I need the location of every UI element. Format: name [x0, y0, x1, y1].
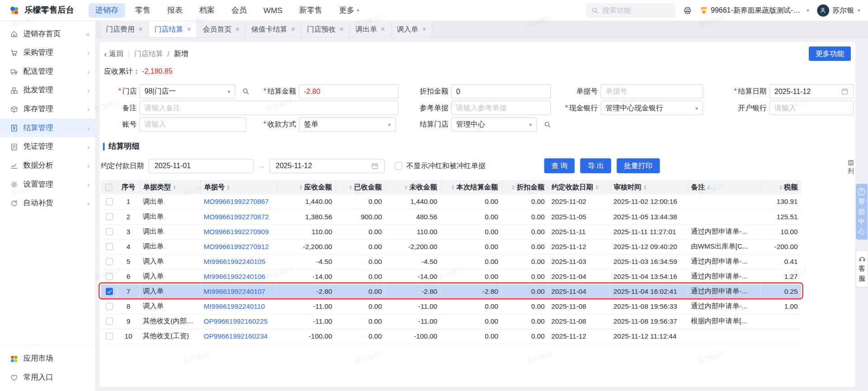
doc-link[interactable]: MO99661992270867 — [204, 198, 269, 205]
select-all-header[interactable] — [101, 180, 118, 194]
close-icon[interactable]: × — [236, 25, 240, 33]
breadcrumb-parent[interactable]: 门店结算 — [134, 49, 163, 59]
help-center-tab[interactable]: 帮助中心 — [856, 184, 868, 240]
close-icon[interactable]: × — [138, 25, 142, 33]
due-date-from-input[interactable]: 2025-11-01 — [148, 159, 254, 173]
export-button[interactable]: 导 出 — [580, 158, 611, 173]
field-settle_amount[interactable]: -2.80 — [299, 84, 398, 99]
tab-5[interactable]: 调出单× — [350, 21, 391, 38]
sidebar-item-0[interactable]: 进销存首页« — [0, 24, 95, 43]
table-row-2[interactable]: 2调出单MO996619922708721,380.56900.00480.56… — [101, 209, 801, 224]
doc-link[interactable]: MO99661992270872 — [204, 213, 269, 221]
tab-6[interactable]: 调入单× — [391, 21, 432, 38]
user-menu[interactable]: 苏尔银 ▾ — [817, 4, 860, 16]
close-icon[interactable]: × — [340, 25, 344, 33]
field-ref_doc[interactable]: 请输入参考单据 — [451, 101, 551, 115]
sidebar-item-1[interactable]: 采购管理› — [0, 43, 95, 62]
printer-icon[interactable] — [683, 6, 692, 15]
field-cash_bank[interactable]: 管理中心现金银行▾ — [601, 101, 703, 115]
hide-reversed-checkbox[interactable] — [395, 162, 402, 170]
col-header-remark[interactable]: 备注▲▼ — [688, 180, 761, 194]
row-checkbox[interactable] — [105, 303, 113, 310]
field-remark[interactable]: 请输入备注 — [140, 101, 399, 115]
table-row-9[interactable]: 9其他收支(内部调拨)OP99661992160225-11.000.00-11… — [101, 314, 801, 329]
table-row-10[interactable]: 10其他收支(工资)OP99661992160234-100.000.00-10… — [101, 329, 801, 344]
sidebar-item-9[interactable]: 自动补货› — [0, 194, 95, 213]
tab-1[interactable]: 门店结算× — [149, 21, 197, 38]
tab-3[interactable]: 储值卡结算× — [245, 21, 301, 38]
col-header-tax[interactable]: ▲▼税额 — [760, 180, 801, 194]
back-button[interactable]: ‹ 返回 — [104, 49, 123, 59]
column-settings-button[interactable]: 列 — [848, 160, 854, 176]
col-header-receivable[interactable]: ▲▼应收金额 — [277, 180, 335, 194]
doc-link[interactable]: MO99661992270909 — [204, 228, 269, 236]
select-all-checkbox[interactable] — [105, 184, 113, 191]
col-header-settle[interactable]: ▲▼本次结算金额 — [441, 180, 502, 194]
store-selector[interactable]: 99661-新界面果蔬版测试-管理... ▾ — [700, 5, 809, 15]
table-row-4[interactable]: 4调出单MO99661992270912-2,200.000.00-2,200.… — [101, 239, 801, 254]
field-store[interactable]: 98|门店一▾ — [140, 84, 236, 99]
doc-link[interactable]: MO99661992270912 — [204, 243, 269, 250]
field-settle_store[interactable]: 管理中心▾ — [451, 118, 537, 132]
close-icon[interactable]: × — [381, 25, 385, 33]
sidebar-item-5[interactable]: 结算管理› — [0, 118, 95, 137]
row-checkbox[interactable] — [105, 198, 113, 205]
sidebar-item-7[interactable]: 数据分析› — [0, 156, 95, 175]
query-button[interactable]: 查 询 — [544, 158, 575, 173]
tab-4[interactable]: 门店预收× — [302, 21, 350, 38]
row-checkbox[interactable] — [105, 258, 113, 265]
doc-link[interactable]: OP99661992160234 — [204, 332, 268, 340]
global-search-input[interactable]: 搜索功能 — [585, 3, 675, 18]
nav-item-2[interactable]: 报表 — [160, 3, 189, 18]
sidebar-item-2[interactable]: 配送管理› — [0, 62, 95, 81]
col-header-received[interactable]: ▲▼已收金额 — [335, 180, 385, 194]
row-checkbox[interactable] — [105, 318, 113, 325]
table-row-6[interactable]: 6调入单MI99661992240106-14.000.00-14.000.00… — [101, 269, 801, 284]
close-icon[interactable]: × — [291, 25, 295, 33]
batch-print-button[interactable]: 批量打印 — [617, 158, 660, 173]
col-header-audit[interactable]: 审核时间▲▼ — [610, 180, 687, 194]
nav-item-4[interactable]: 会员 — [225, 3, 254, 18]
row-checkbox[interactable] — [105, 273, 113, 280]
field-account[interactable]: 请输入 — [140, 118, 246, 132]
nav-item-7[interactable]: 更多▾ — [332, 3, 366, 18]
table-row-1[interactable]: 1调出单MO996619922708671,440.000.001,440.00… — [101, 194, 801, 209]
doc-link[interactable]: MI99661992240106 — [204, 273, 265, 280]
field-bank[interactable]: 请输入 — [769, 101, 854, 115]
sidebar-item-6[interactable]: 凭证管理› — [0, 137, 95, 156]
sidebar-bottom-item-0[interactable]: 应用市场 — [0, 349, 95, 368]
col-header-due[interactable]: 约定收款日期▲▼ — [548, 180, 610, 194]
row-checkbox[interactable] — [105, 288, 113, 295]
due-date-to-input[interactable]: 2025-11-12 — [269, 159, 385, 173]
col-header-unreceived[interactable]: ▲▼未收金额 — [385, 180, 440, 194]
doc-link[interactable]: MI99661992240110 — [204, 302, 265, 310]
col-header-type[interactable]: 单据类型▲▼ — [140, 180, 201, 194]
col-header-discount[interactable]: ▲▼折扣金额 — [501, 180, 548, 194]
search-icon-button[interactable] — [542, 118, 554, 132]
sidebar-item-8[interactable]: 设置管理› — [0, 175, 95, 194]
customer-service-tab[interactable]: 客服 — [856, 250, 868, 287]
sidebar-bottom-item-1[interactable]: 常用入口 — [0, 368, 95, 387]
sidebar-item-4[interactable]: 库存管理› — [0, 99, 95, 118]
field-settle_date[interactable]: 2025-11-12 — [769, 84, 854, 99]
col-header-doc[interactable]: 单据号▲▼ — [200, 180, 277, 194]
nav-item-0[interactable]: 进销存 — [89, 3, 125, 18]
sidebar-item-3[interactable]: 批发管理› — [0, 81, 95, 100]
nav-item-6[interactable]: 新零售 — [292, 3, 329, 18]
close-icon[interactable]: × — [422, 25, 426, 33]
doc-link[interactable]: MI99661992240107 — [204, 287, 265, 295]
row-checkbox[interactable] — [105, 243, 113, 250]
table-row-5[interactable]: 5调入单MI99661992240105-4.500.00-4.500.000.… — [101, 254, 801, 269]
sidebar-collapse-icon[interactable]: « — [86, 30, 90, 38]
table-row-8[interactable]: 8调入单MI99661992240110-11.000.00-11.000.00… — [101, 299, 801, 314]
doc-link[interactable]: OP99661992160225 — [204, 317, 268, 325]
row-checkbox[interactable] — [105, 228, 113, 235]
field-doc_no[interactable]: 单据号 — [601, 84, 703, 99]
table-row-3[interactable]: 3调出单MO99661992270909110.000.00110.000.00… — [101, 224, 801, 239]
close-icon[interactable]: × — [187, 25, 191, 33]
col-header-no[interactable]: 序号 — [118, 180, 140, 194]
tab-2[interactable]: 会员首页× — [197, 21, 245, 38]
field-pay_method[interactable]: 签单▾ — [299, 118, 396, 132]
tab-0[interactable]: 门店费用× — [100, 21, 149, 38]
nav-item-5[interactable]: WMS — [257, 3, 289, 18]
